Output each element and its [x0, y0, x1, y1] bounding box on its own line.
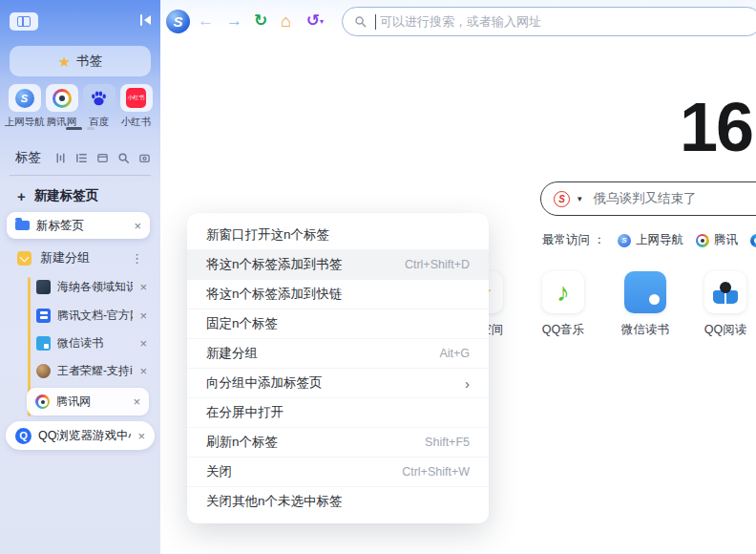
new-tab-page-button[interactable]: + 新建标签页 [17, 187, 98, 204]
app-label: QQ音乐 [542, 322, 584, 338]
most-visited-label: 最常访问 ： [542, 232, 605, 248]
page-dot-active[interactable] [66, 127, 82, 130]
close-tab-icon[interactable]: × [139, 309, 147, 322]
quick-links: 上网导航 腾讯网 百度 小红书 [8, 84, 153, 129]
group-label: 新建分组 [40, 249, 122, 266]
tab-context-menu: 新窗口打开这n个标签 将这n个标签添加到书签 Ctrl+Shift+D 将这n个… [187, 213, 489, 523]
refresh-button[interactable]: ↻ [254, 11, 267, 32]
tab-weread[interactable]: 微信读书 × [36, 331, 147, 354]
search-icon [354, 15, 367, 28]
search-engine-dropdown-icon[interactable]: ▾ [578, 194, 582, 203]
tab-honor-of-kings[interactable]: 王者荣耀-支持iO × [36, 359, 147, 382]
bookmarks-label: 书签 [76, 53, 102, 70]
menu-item-open-in-split-screen[interactable]: 在分屏中打开 [187, 397, 489, 427]
submenu-arrow-icon: › [465, 376, 470, 391]
quick-link-tencent[interactable]: 腾讯网 [45, 84, 78, 129]
app-qq-music[interactable]: ♪ QQ音乐 [535, 271, 592, 338]
folder-icon [15, 221, 30, 230]
quick-link-navigation[interactable]: 上网导航 [8, 84, 41, 129]
tab-tencent-news[interactable]: 腾讯网 × [27, 388, 149, 416]
back-button[interactable]: ← [198, 11, 214, 32]
bookmarks-button[interactable]: ★ 书签 [10, 46, 151, 76]
tab-group-header[interactable]: 新建分组 ⋮ [17, 247, 143, 268]
menu-item-add-to-bookmarks[interactable]: 将这n个标签添加到书签 Ctrl+Shift+D [187, 249, 489, 279]
most-visited-item-label: 腾讯 [714, 232, 738, 248]
tab-list-icon[interactable] [75, 152, 88, 164]
app-weread[interactable]: 微信读书 [617, 271, 674, 338]
baidu-paw-icon [90, 89, 108, 107]
quick-links-pagination [0, 127, 160, 130]
menu-item-add-to-group[interactable]: 向分组中添加标签页 › [187, 368, 489, 397]
menu-item-new-group[interactable]: 新建分组 Ait+G [187, 338, 489, 368]
search-hint: 俄乌谈判又结束了 [594, 190, 697, 207]
search-box[interactable]: ▾ 俄乌谈判又结束了 [540, 181, 756, 216]
close-tab-icon[interactable]: × [139, 365, 147, 377]
star-icon: ★ [58, 54, 71, 69]
menu-item-refresh-tabs[interactable]: 刷新n个标签 Shift+F5 [187, 427, 489, 457]
address-bar[interactable] [342, 7, 756, 36]
tab-new-tab-page[interactable]: 新标签页 × [7, 212, 150, 239]
clock-hours: 16 [680, 88, 752, 166]
most-visited-navigation[interactable]: 上网导航 [618, 232, 683, 248]
restore-dropdown-icon[interactable]: ▾ [320, 17, 324, 26]
tab-qq-game-center[interactable]: Q QQ浏览器游戏中心 × [6, 421, 155, 450]
tencent-logo-icon [35, 394, 50, 409]
tab-label: QQ浏览器游戏中心 [38, 428, 131, 444]
menu-item-pin-tabs[interactable]: 固定n个标签 [187, 309, 489, 338]
card-view-icon[interactable] [96, 152, 109, 164]
haina-favicon [36, 280, 51, 294]
most-visited-bangxiaomang[interactable]: 帮小忙 [750, 232, 756, 248]
menu-item-close[interactable]: 关闭 Ctrl+Shift+W [187, 457, 489, 486]
most-visited-tencent[interactable]: 腾讯 [696, 232, 738, 248]
workspace-button[interactable] [10, 12, 38, 31]
menu-item-close-other-tabs[interactable]: 关闭其他n个未选中标签 [187, 486, 489, 516]
browser-window: ★ 书签 上网导航 腾讯网 百度 [0, 0, 756, 554]
qq-reader-icon [713, 282, 738, 304]
text-cursor [375, 14, 376, 30]
app-qq-reader[interactable]: QQ阅读 [697, 271, 754, 338]
weread-favicon [36, 336, 51, 351]
workspace-icon [17, 16, 31, 27]
tab-label: 王者荣耀-支持iO [57, 363, 133, 379]
home-button[interactable]: ⌂ [281, 11, 291, 32]
recently-closed-icon[interactable] [138, 152, 151, 164]
app-label: 微信读书 [621, 322, 669, 338]
group-chevron-icon [17, 251, 32, 266]
page-dot[interactable] [87, 127, 94, 130]
browser-logo-icon[interactable]: S [166, 10, 190, 33]
close-tab-icon[interactable]: × [133, 395, 140, 408]
search-icon[interactable] [117, 152, 130, 164]
menu-item-add-to-quicklinks[interactable]: 将这n个标签添加到快链 [187, 279, 489, 309]
tab-haina[interactable]: 海纳各领域知识 × [36, 275, 147, 298]
collapse-arrow-icon [144, 15, 151, 25]
collapse-bar-icon [140, 14, 143, 26]
quick-link-baidu[interactable]: 百度 [82, 84, 116, 129]
menu-shortcut: Ait+G [439, 347, 470, 360]
tags-header-row: 标签 [15, 149, 151, 166]
qq-browser-icon: Q [15, 428, 32, 444]
tab-sort-icon[interactable] [54, 152, 67, 164]
close-tab-icon[interactable]: × [139, 337, 147, 350]
restore-tab-button[interactable]: ↺ [306, 11, 320, 32]
address-input[interactable] [378, 13, 756, 30]
menu-shortcut: Ctrl+Shift+D [405, 258, 470, 271]
tags-title: 标签 [15, 149, 41, 166]
sidebar-divider [10, 175, 151, 176]
tab-label: 微信读书 [57, 335, 133, 352]
tab-tencent-docs[interactable]: 腾讯文档-官方网 × [36, 304, 147, 327]
quick-link-xiaohongshu[interactable]: 小红书 [119, 84, 153, 129]
forward-button[interactable]: → [226, 11, 242, 32]
close-tab-icon[interactable]: × [139, 281, 147, 293]
tencent-docs-favicon [36, 309, 51, 323]
close-tab-icon[interactable]: × [134, 220, 141, 232]
collapse-sidebar-button[interactable] [140, 14, 152, 26]
tab-label: 腾讯网 [56, 394, 126, 410]
menu-item-open-in-new-window[interactable]: 新窗口打开这n个标签 [187, 221, 489, 249]
close-tab-icon[interactable]: × [137, 430, 145, 442]
weread-icon [624, 271, 666, 313]
xiaohongshu-logo-icon [126, 88, 146, 108]
app-label: QQ阅读 [704, 322, 746, 338]
honor-of-kings-favicon [36, 364, 51, 378]
sidebar: ★ 书签 上网导航 腾讯网 百度 [0, 0, 160, 554]
group-more-icon[interactable]: ⋮ [131, 251, 143, 266]
